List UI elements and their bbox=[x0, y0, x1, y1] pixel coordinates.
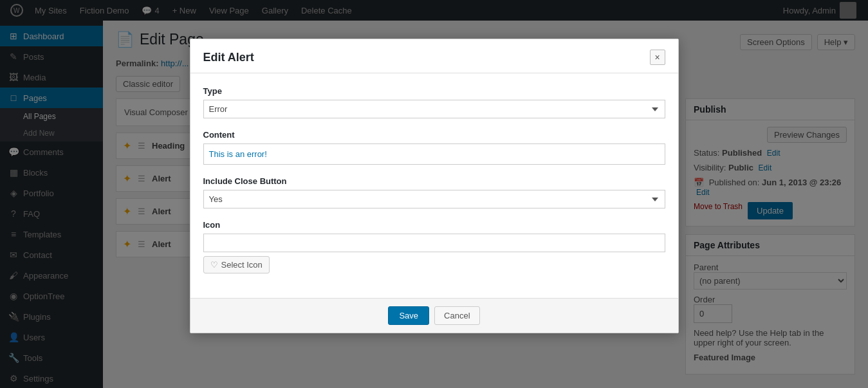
modal-title: Edit Alert bbox=[203, 51, 254, 64]
include-close-group: Include Close Button Yes No bbox=[203, 176, 665, 208]
modal-close-button[interactable]: × bbox=[650, 50, 665, 65]
modal-overlay: Edit Alert × Type Error Warning Info Suc… bbox=[0, 0, 868, 388]
content-field[interactable]: This is an error! bbox=[203, 143, 665, 165]
modal-body: Type Error Warning Info Success Content … bbox=[190, 73, 678, 298]
icon-group: Icon ♡ Select Icon bbox=[203, 220, 665, 273]
include-close-label: Include Close Button bbox=[203, 176, 665, 186]
type-select[interactable]: Error Warning Info Success bbox=[203, 100, 665, 118]
content-label: Content bbox=[203, 130, 665, 140]
heart-icon: ♡ bbox=[210, 260, 218, 270]
type-label: Type bbox=[203, 86, 665, 96]
edit-alert-modal: Edit Alert × Type Error Warning Info Suc… bbox=[190, 39, 679, 333]
save-button[interactable]: Save bbox=[388, 306, 429, 325]
select-icon-button[interactable]: ♡ Select Icon bbox=[203, 256, 270, 273]
type-group: Type Error Warning Info Success bbox=[203, 86, 665, 118]
modal-header: Edit Alert × bbox=[190, 39, 678, 73]
icon-input[interactable] bbox=[203, 234, 665, 252]
icon-label: Icon bbox=[203, 220, 665, 230]
cancel-button[interactable]: Cancel bbox=[434, 306, 479, 325]
select-icon-label: Select Icon bbox=[221, 260, 263, 270]
content-group: Content This is an error! bbox=[203, 130, 665, 165]
include-close-select[interactable]: Yes No bbox=[203, 190, 665, 208]
modal-footer: Save Cancel bbox=[190, 298, 678, 333]
